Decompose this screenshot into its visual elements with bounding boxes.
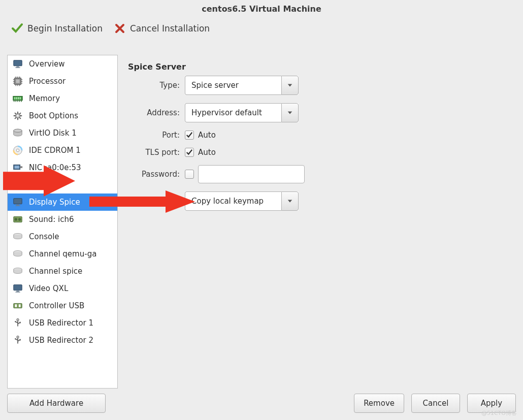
hardware-sidebar: OverviewProcessorMemoryBoot OptionsVirtI… <box>7 55 118 389</box>
usb-icon <box>12 335 24 346</box>
address-label: Address: <box>127 108 185 117</box>
sidebar-item-tablet[interactable]: Tablet <box>8 176 117 193</box>
sidebar-item-disk1[interactable]: VirtIO Disk 1 <box>8 124 117 142</box>
sidebar-item-label: Overview <box>29 59 65 69</box>
sidebar-item-processor[interactable]: Processor <box>8 73 117 90</box>
field-port: Port: Auto <box>127 131 507 140</box>
gear-icon <box>12 110 24 121</box>
address-combo[interactable]: Hypervisor default <box>185 103 299 122</box>
type-value: Spice server <box>185 76 281 95</box>
sidebar-item-label: USB Redirector 1 <box>29 318 93 328</box>
sidebar-item-video[interactable]: Video QXL <box>8 280 117 297</box>
footer: Add Hardware Remove Cancel Apply <box>7 394 516 413</box>
watermark: @51CTO博客 <box>481 409 517 417</box>
cancel-install-label: Cancel Installation <box>130 23 210 34</box>
sidebar-item-label: Memory <box>29 94 60 103</box>
monitor-icon <box>12 58 24 70</box>
keymap-dropdown-button[interactable] <box>281 191 299 211</box>
begin-installation-button[interactable]: Begin Installation <box>11 23 103 34</box>
field-address: Address: Hypervisor default <box>127 103 507 122</box>
sidebar-item-label: Channel spice <box>29 267 82 276</box>
pane-title: Spice Server <box>128 62 507 72</box>
cancel-button[interactable]: Cancel <box>411 394 460 413</box>
password-enable-checkbox[interactable] <box>185 170 194 179</box>
ram-icon <box>12 93 24 104</box>
sidebar-item-display[interactable]: Display Spice <box>8 193 117 211</box>
keymap-combo[interactable]: Copy local keymap <box>185 191 299 211</box>
tablet-icon <box>12 179 24 190</box>
field-type: Type: Spice server <box>127 76 507 95</box>
port-auto-label: Auto <box>198 131 216 140</box>
cpu-icon <box>12 76 24 87</box>
cancel-installation-button[interactable]: Cancel Installation <box>114 23 210 34</box>
address-value: Hypervisor default <box>185 103 281 122</box>
console-icon <box>12 231 24 242</box>
monitor-icon <box>12 283 24 294</box>
begin-install-label: Begin Installation <box>27 23 103 34</box>
details-pane: Spice Server Type: Spice server Address:… <box>118 55 516 389</box>
password-input[interactable] <box>198 165 305 183</box>
sidebar-item-label: Sound: ich6 <box>29 215 74 224</box>
sidebar-item-boot[interactable]: Boot Options <box>8 107 117 124</box>
sidebar-item-label: Boot Options <box>29 111 78 120</box>
window-title: centos6.5 Virtual Machine <box>0 0 523 14</box>
type-label: Type: <box>127 81 185 90</box>
sidebar-item-label: Tablet <box>29 180 52 189</box>
type-combo[interactable]: Spice server <box>185 76 299 95</box>
field-password: Password: <box>127 165 507 183</box>
toolbar: Begin Installation Cancel Installation <box>0 14 523 41</box>
console-icon <box>12 248 24 260</box>
address-dropdown-button[interactable] <box>281 103 299 122</box>
nic-icon <box>12 162 24 173</box>
sidebar-item-label: Channel qemu-ga <box>29 249 96 259</box>
sidebar-item-cdrom1[interactable]: IDE CDROM 1 <box>8 142 117 159</box>
password-label: Password: <box>127 170 185 179</box>
port-auto-checkbox[interactable] <box>185 131 194 140</box>
console-icon <box>12 266 24 277</box>
sidebar-item-label: VirtIO Disk 1 <box>29 128 77 138</box>
sidebar-item-label: Console <box>29 232 59 241</box>
check-ok-icon <box>11 23 23 34</box>
sidebar-item-label: IDE CDROM 1 <box>29 146 81 155</box>
sidebar-item-label: Controller USB <box>29 301 84 310</box>
sidebar-item-usbredir2[interactable]: USB Redirector 2 <box>8 332 117 349</box>
usbctrl-icon <box>12 300 24 311</box>
sidebar-item-label: Processor <box>29 77 66 86</box>
cancel-x-icon <box>114 23 126 34</box>
keymap-value: Copy local keymap <box>185 191 281 211</box>
monitor-icon <box>12 197 24 208</box>
remove-button[interactable]: Remove <box>354 394 404 413</box>
sidebar-item-usbredir1[interactable]: USB Redirector 1 <box>8 314 117 332</box>
disk-icon <box>12 127 24 139</box>
sidebar-item-ctrl-usb[interactable]: Controller USB <box>8 297 117 314</box>
field-keymap: Keymap: Copy local keymap <box>127 191 507 211</box>
sidebar-item-label: NIC :a0:0e:53 <box>29 163 81 172</box>
vm-details-window: centos6.5 Virtual Machine Begin Installa… <box>0 0 523 420</box>
sidebar-item-label: Display Spice <box>29 198 80 207</box>
sidebar-item-memory[interactable]: Memory <box>8 90 117 107</box>
add-hardware-button[interactable]: Add Hardware <box>7 394 106 413</box>
keymap-label: Keymap: <box>127 197 185 206</box>
field-tlsport: TLS port: Auto <box>127 148 507 157</box>
sidebar-item-chan-qga[interactable]: Channel qemu-ga <box>8 245 117 263</box>
sidebar-item-console[interactable]: Console <box>8 228 117 245</box>
tlsport-auto-label: Auto <box>198 148 216 157</box>
sidebar-item-overview[interactable]: Overview <box>8 55 117 73</box>
cd-icon <box>12 145 24 156</box>
sound-icon <box>12 214 24 225</box>
sidebar-item-sound[interactable]: Sound: ich6 <box>8 211 117 228</box>
content-area: OverviewProcessorMemoryBoot OptionsVirtI… <box>7 55 516 389</box>
tlsport-auto-checkbox[interactable] <box>185 148 194 157</box>
type-dropdown-button[interactable] <box>281 76 299 95</box>
sidebar-item-label: USB Redirector 2 <box>29 336 93 345</box>
tlsport-label: TLS port: <box>127 148 185 157</box>
sidebar-item-chan-spice[interactable]: Channel spice <box>8 263 117 280</box>
usb-icon <box>12 317 24 329</box>
sidebar-item-label: Video QXL <box>29 284 68 293</box>
sidebar-item-nic[interactable]: NIC :a0:0e:53 <box>8 159 117 176</box>
port-label: Port: <box>127 131 185 140</box>
